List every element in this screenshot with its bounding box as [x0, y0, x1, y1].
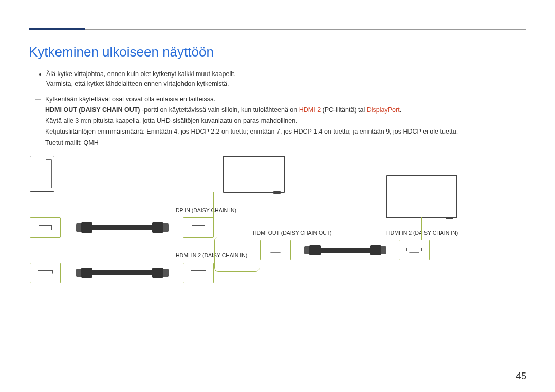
note-item: Tuetut mallit: QMH: [38, 138, 526, 148]
dp-cable: [92, 225, 152, 230]
dp-source-port: [30, 217, 61, 238]
note-item: Käytä alle 3 m:n pituista kaapelia, jott…: [38, 116, 526, 126]
header-accent-bar: [29, 28, 85, 30]
pc-icon: [30, 156, 54, 192]
monitor-icon: [386, 175, 457, 218]
notes-list: Kytkentään käytettävät osat voivat olla …: [29, 94, 526, 148]
connection-diagram: DP IN (DAISY CHAIN IN) HDMI IN 2 (DAISY …: [29, 156, 502, 310]
wire: [213, 192, 214, 218]
note-highlight: HDMI 2: [299, 106, 321, 114]
note-item: Ketjutusliitäntöjen enimmäismäärä: Enint…: [38, 126, 526, 137]
wire: [421, 217, 422, 240]
port-label-hdmi-in2b: HDMI IN 2 (DAISY CHAIN IN): [386, 230, 458, 236]
hdmi-in-port: [183, 263, 214, 283]
hdmi-in2-port: [399, 240, 430, 260]
hdmi-source-port: [30, 263, 61, 283]
note-item: Kytkentään käytettävät osat voivat olla …: [38, 94, 526, 105]
hdmi-daisy-cable: [321, 248, 370, 253]
note-text: -portti on käytettävissä vain silloin, k…: [140, 106, 299, 114]
hdmi-cable: [92, 270, 152, 275]
note-text: .: [400, 106, 401, 114]
note-bold: HDMI OUT (DAISY CHAIN OUT): [45, 106, 140, 114]
header-rule: [29, 25, 526, 30]
port-label-hdmi-out: HDMI OUT (DAISY CHAIN OUT): [253, 230, 332, 236]
note-text: (PC-liitäntä) tai: [321, 106, 367, 114]
warning-list: Älä kytke virtajohtoa, ennen kuin olet k…: [29, 69, 526, 89]
warning-text-1: Älä kytke virtajohtoa, ennen kuin olet k…: [46, 70, 236, 78]
note-highlight: DisplayPort: [367, 106, 400, 114]
wire: [214, 237, 260, 272]
hdmi-out-port: [260, 240, 291, 260]
page-number: 45: [516, 371, 526, 382]
note-item: HDMI OUT (DAISY CHAIN OUT) -portti on kä…: [38, 105, 526, 116]
warning-item: Älä kytke virtajohtoa, ennen kuin olet k…: [46, 69, 526, 89]
port-label-dp-in: DP IN (DAISY CHAIN IN): [176, 207, 236, 213]
page-title: Kytkeminen ulkoiseen näyttöön: [29, 44, 526, 60]
warning-text-2: Varmista, että kytket lähdelaitteen enne…: [46, 80, 229, 87]
monitor-icon: [223, 156, 285, 193]
dp-in-port: [183, 217, 214, 238]
